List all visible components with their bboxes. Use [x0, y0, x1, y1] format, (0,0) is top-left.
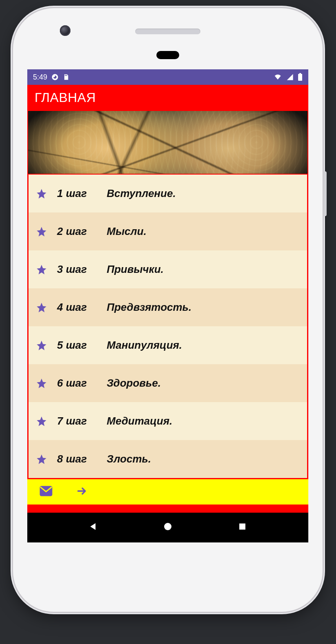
list-item-title: Манипуляция.: [107, 339, 300, 352]
list-item[interactable]: 6 шаг Здоровье.: [29, 364, 307, 402]
nav-recent-button[interactable]: [237, 521, 248, 532]
star-icon: [36, 226, 48, 237]
svg-point-2: [53, 75, 55, 77]
star-icon: [36, 188, 48, 199]
star-icon: [36, 340, 48, 351]
arrow-right-icon: [75, 485, 89, 498]
list-item[interactable]: 1 шаг Вступление.: [29, 175, 307, 212]
nav-home-button[interactable]: [162, 521, 173, 532]
list-item-title: Медитация.: [107, 415, 300, 427]
list-item-step: 5 шаг: [57, 339, 98, 352]
battery-icon: [298, 73, 303, 81]
svg-point-6: [164, 523, 171, 530]
list-item-step: 8 шаг: [57, 453, 98, 465]
nav-back-button[interactable]: [88, 521, 99, 532]
android-nav-bar: [27, 513, 308, 540]
mail-button[interactable]: [38, 484, 54, 500]
star-icon: [36, 454, 48, 465]
list-item[interactable]: 8 шаг Злость.: [29, 440, 307, 478]
list-item-title: Вступление.: [107, 187, 300, 200]
list-item-step: 7 шаг: [57, 415, 98, 427]
star-icon: [36, 378, 48, 389]
list-item[interactable]: 7 шаг Медитация.: [29, 402, 307, 440]
page-title: ГЛАВНАЯ: [35, 90, 96, 105]
wifi-icon: [273, 73, 282, 81]
status-app-icon: [51, 73, 59, 81]
star-icon: [36, 264, 48, 275]
svg-rect-3: [298, 74, 302, 81]
phone-screen: 5:49: [27, 69, 308, 542]
bottom-toolbar: [27, 479, 308, 505]
list-item-step: 4 шаг: [57, 301, 98, 314]
cell-signal-icon: [286, 73, 294, 81]
phone-power-button: [323, 171, 327, 216]
list-item-step: 6 шаг: [57, 377, 98, 389]
list-item-step: 3 шаг: [57, 263, 98, 276]
next-button[interactable]: [74, 484, 90, 500]
steps-list: 1 шаг Вступление. 2 шаг Мысли. 3 шаг При…: [27, 175, 308, 479]
list-item-title: Мысли.: [107, 225, 300, 238]
list-item-title: Предвзятость.: [107, 301, 300, 314]
phone-sensor-pill: [156, 51, 179, 59]
list-item-title: Злость.: [107, 453, 300, 465]
list-item-step: 1 шаг: [57, 187, 98, 200]
sd-card-icon: [63, 73, 69, 81]
red-strip: [27, 505, 308, 513]
android-status-bar: 5:49: [27, 69, 308, 85]
phone-front-camera: [60, 25, 70, 36]
star-icon: [36, 416, 48, 427]
app-bar: ГЛАВНАЯ: [27, 85, 308, 110]
phone-device-frame: 5:49: [13, 8, 323, 612]
list-item[interactable]: 4 шаг Предвзятость.: [29, 288, 307, 326]
hero-image: [27, 110, 308, 175]
list-item-step: 2 шаг: [57, 225, 98, 238]
list-item[interactable]: 3 шаг Привычки.: [29, 250, 307, 288]
list-item[interactable]: 5 шаг Манипуляция.: [29, 326, 307, 364]
list-item-title: Привычки.: [107, 263, 300, 276]
star-icon: [36, 302, 48, 313]
list-item-title: Здоровье.: [107, 377, 300, 389]
phone-earpiece: [135, 29, 200, 34]
mail-icon: [39, 485, 53, 498]
list-item[interactable]: 2 шаг Мысли.: [29, 212, 307, 250]
svg-rect-7: [239, 524, 246, 530]
status-time: 5:49: [33, 73, 47, 82]
svg-rect-4: [299, 73, 301, 74]
